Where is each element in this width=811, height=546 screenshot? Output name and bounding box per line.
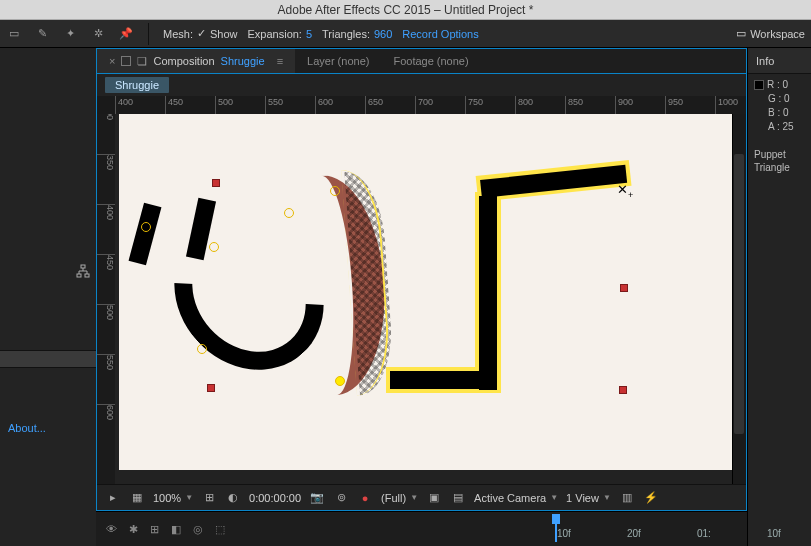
scrollbar-vertical[interactable]	[732, 114, 746, 484]
viewer-tabs: × ❏ Composition Shruggie ≡ Layer (none) …	[96, 48, 747, 73]
info-panel-header[interactable]: Info	[748, 48, 811, 74]
triangles-label: Triangles:	[322, 28, 370, 40]
timeline-graph-icon[interactable]: ⬚	[215, 523, 225, 536]
ruler-tick: 600	[315, 96, 333, 114]
info-g: G : 0	[754, 92, 805, 106]
transform-handle[interactable]	[212, 179, 220, 187]
info-b: B : 0	[754, 106, 805, 120]
ruler-tick: 450	[165, 96, 183, 114]
puppet-pin[interactable]	[284, 208, 294, 218]
breadcrumb-item[interactable]: Shruggie	[105, 77, 169, 93]
ruler-tick: 800	[515, 96, 533, 114]
color-mgmt-icon[interactable]: ●	[357, 490, 373, 506]
workspace-button[interactable]: ▭ Workspace	[736, 27, 805, 40]
about-link[interactable]: About...	[0, 414, 96, 442]
zoom-value: 100%	[153, 492, 181, 504]
timeline-fx-icon[interactable]: ⊞	[150, 523, 159, 536]
time-mark: 10f	[557, 528, 571, 539]
caret-down-icon: ▼	[185, 493, 193, 502]
info-puppet-l1: Puppet	[754, 148, 805, 161]
shape-arm[interactable]	[479, 196, 497, 390]
timeline-panel[interactable]: 👁 ✱ ⊞ ◧ ◎ ⬚ 10f20f01:10f	[96, 511, 747, 546]
tab-footage[interactable]: Footage (none)	[381, 49, 480, 73]
roi-icon[interactable]: ▣	[426, 490, 442, 506]
resolution-dropdown[interactable]: (Full)▼	[381, 492, 418, 504]
transparency-grid-icon[interactable]: ▦	[129, 490, 145, 506]
shape-eye-left[interactable]	[129, 203, 162, 266]
puppet-pin-tool-icon[interactable]: 📌	[118, 26, 134, 42]
tab-comp-label: Composition	[153, 55, 214, 67]
transform-handle[interactable]	[619, 386, 627, 394]
anchor-point-icon[interactable]: ✛	[203, 332, 215, 348]
composition-stage[interactable]: ✛ ✕+	[115, 114, 746, 484]
workspace-label: Workspace	[750, 28, 805, 40]
ruler-vertical[interactable]: 300350400450500550600	[97, 114, 115, 484]
scrollbar-thumb[interactable]	[734, 154, 744, 434]
window-title: Adobe After Effects CC 2015 – Untitled P…	[0, 0, 811, 20]
fast-preview-icon[interactable]: ⚡	[643, 490, 659, 506]
ruler-tick: 1000	[715, 96, 738, 114]
ruler-tick: 500	[215, 96, 233, 114]
ruler-tick: 300	[97, 114, 115, 120]
ruler-tick: 350	[97, 154, 115, 170]
safe-zones-icon[interactable]: ⊞	[201, 490, 217, 506]
zoom-dropdown[interactable]: 100%▼	[153, 492, 193, 504]
composition-canvas[interactable]: ✛ ✕+	[119, 114, 745, 470]
lock-box-icon[interactable]	[121, 56, 131, 66]
expansion-value[interactable]: 5	[306, 28, 312, 40]
ruler-tick: 550	[265, 96, 283, 114]
transform-handle[interactable]	[207, 384, 215, 392]
pen-tool-icon[interactable]: ✎	[34, 26, 50, 42]
expansion-option[interactable]: Expansion: 5	[248, 28, 313, 40]
color-swatch	[754, 80, 764, 90]
viewer-bottom-bar: ▸ ▦ 100%▼ ⊞ ◐ 0:00:00:00 📷 ⊚ ● (Full)▼ ▣…	[97, 484, 746, 510]
pixel-aspect-icon[interactable]: ▥	[619, 490, 635, 506]
left-panel: About...	[0, 48, 96, 546]
timeline-motion-blur-icon[interactable]: ◎	[193, 523, 203, 536]
triangles-option[interactable]: Triangles: 960	[322, 28, 392, 40]
mask-icon[interactable]: ◐	[225, 490, 241, 506]
close-icon[interactable]: ×	[109, 55, 115, 67]
snapshot-icon[interactable]: 📷	[309, 490, 325, 506]
always-preview-icon[interactable]: ▸	[105, 490, 121, 506]
tab-footage-label: Footage (none)	[393, 55, 468, 67]
panel-icon: ❏	[137, 55, 147, 68]
ruler-tick: 950	[665, 96, 683, 114]
transform-handle[interactable]	[620, 284, 628, 292]
options-toolbar: ▭ ✎ ✦ ✲ 📌 Mesh: ✓ Show Expansion: 5 Tria…	[0, 20, 811, 48]
pin-cursor-icon: ✕+	[617, 182, 633, 200]
mesh-show-option[interactable]: Mesh: ✓ Show	[163, 27, 238, 40]
expansion-label: Expansion:	[248, 28, 302, 40]
checkmark-icon: ✓	[197, 27, 206, 40]
caret-down-icon: ▼	[603, 493, 611, 502]
flowchart-icon[interactable]	[76, 264, 90, 280]
ruler-tick: 600	[97, 404, 115, 420]
view-dropdown[interactable]: 1 View▼	[566, 492, 611, 504]
timeline-shy-icon[interactable]: ✱	[129, 523, 138, 536]
puppet-mesh[interactable]	[306, 172, 391, 396]
ruler-tick: 400	[115, 96, 133, 114]
view-value: 1 View	[566, 492, 599, 504]
viewer: Shruggie 4004505005506006507007508008509…	[96, 73, 747, 511]
tab-menu-icon[interactable]: ≡	[277, 55, 283, 67]
info-r: R : 0	[767, 79, 788, 90]
ruler-horizontal[interactable]: 4004505005506006507007508008509009501000	[115, 96, 746, 114]
tab-layer[interactable]: Layer (none)	[295, 49, 381, 73]
selection-tool-icon[interactable]: ▭	[6, 26, 22, 42]
current-timecode[interactable]: 0:00:00:00	[249, 492, 301, 504]
tab-composition[interactable]: × ❏ Composition Shruggie ≡	[97, 49, 295, 73]
record-options-link[interactable]: Record Options	[402, 28, 478, 40]
triangles-value[interactable]: 960	[374, 28, 392, 40]
brush-tool-icon[interactable]: ✲	[90, 26, 106, 42]
timeline-eye-icon[interactable]: 👁	[106, 523, 117, 535]
timeline-frame-blend-icon[interactable]: ◧	[171, 523, 181, 536]
time-ruler[interactable]: 10f20f01:10f	[237, 512, 737, 546]
channel-icon[interactable]: ⊚	[333, 490, 349, 506]
ruler-tick: 700	[415, 96, 433, 114]
info-rgba: R : 0 G : 0 B : 0 A : 25	[748, 74, 811, 138]
grid-icon[interactable]: ▤	[450, 490, 466, 506]
camera-dropdown[interactable]: Active Camera▼	[474, 492, 558, 504]
panel-divider[interactable]	[0, 350, 96, 368]
tab-layer-label: Layer (none)	[307, 55, 369, 67]
eraser-tool-icon[interactable]: ✦	[62, 26, 78, 42]
